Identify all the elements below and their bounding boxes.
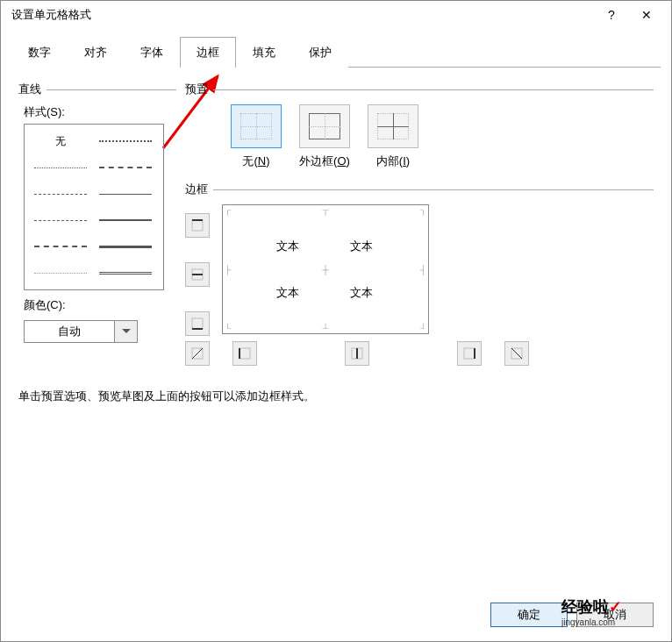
line-style-option[interactable] bbox=[94, 182, 157, 205]
line-style-none[interactable]: 无 bbox=[29, 130, 92, 153]
border-side-buttons bbox=[185, 213, 210, 336]
tab-protect[interactable]: 保护 bbox=[292, 37, 348, 68]
hint-text: 单击预置选项、预览草图及上面的按钮可以添加边框样式。 bbox=[18, 366, 654, 404]
border-area: ┌ ┐ └ ┘ ┬ ┴ ├ ┤ ┼ 文本 文本 文本 文本 bbox=[185, 204, 654, 366]
tab-align[interactable]: 对齐 bbox=[68, 37, 124, 68]
titlebar: 设置单元格格式 ? ✕ bbox=[1, 1, 671, 29]
preset-none-icon bbox=[240, 113, 272, 139]
cancel-button[interactable]: 取消 bbox=[576, 603, 654, 627]
line-style-option[interactable] bbox=[29, 261, 92, 284]
preset-none-label: 无(N) bbox=[242, 153, 269, 169]
preset-inside-label: 内部(I) bbox=[376, 153, 410, 169]
preview-text: 文本 bbox=[276, 239, 299, 254]
tab-border[interactable]: 边框 bbox=[180, 37, 236, 68]
help-button[interactable]: ? bbox=[594, 3, 629, 27]
svg-rect-13 bbox=[464, 348, 475, 359]
content: 直线 样式(S): 无 颜色(C): 自动 bbox=[1, 68, 671, 404]
color-value: 自动 bbox=[25, 324, 114, 339]
border-top-button[interactable] bbox=[185, 213, 210, 238]
line-group-label: 直线 bbox=[18, 82, 176, 97]
line-style-option[interactable] bbox=[94, 261, 157, 284]
line-style-list[interactable]: 无 bbox=[24, 124, 164, 290]
preset-outline-icon bbox=[309, 113, 340, 139]
tab-fill[interactable]: 填充 bbox=[236, 37, 292, 68]
color-label: 颜色(C): bbox=[24, 297, 176, 313]
tab-font[interactable]: 字体 bbox=[124, 37, 180, 68]
line-style-option[interactable] bbox=[94, 130, 157, 153]
dialog: 设置单元格格式 ? ✕ 数字 对齐 字体 边框 填充 保护 直线 样式(S): … bbox=[0, 0, 672, 642]
border-group-text: 边框 bbox=[185, 182, 208, 197]
preset-outline-label: 外边框(O) bbox=[299, 153, 350, 169]
line-style-option[interactable] bbox=[29, 182, 92, 205]
border-group-label: 边框 bbox=[185, 182, 654, 197]
border-bottom-buttons bbox=[185, 341, 654, 366]
line-style-option[interactable] bbox=[94, 235, 157, 258]
line-group-text: 直线 bbox=[18, 82, 41, 97]
line-style-option[interactable] bbox=[29, 235, 92, 258]
style-label: 样式(S): bbox=[24, 104, 176, 120]
border-diag-down-button[interactable] bbox=[504, 341, 529, 366]
dialog-title: 设置单元格格式 bbox=[11, 7, 594, 23]
border-preview[interactable]: ┌ ┐ └ ┘ ┬ ┴ ├ ┤ ┼ 文本 文本 文本 文本 bbox=[222, 204, 429, 334]
tab-number[interactable]: 数字 bbox=[11, 37, 68, 68]
border-hmid-button[interactable] bbox=[185, 262, 210, 287]
color-dropdown[interactable]: 自动 bbox=[24, 320, 138, 343]
line-style-option[interactable] bbox=[94, 209, 157, 232]
preview-text: 文本 bbox=[276, 285, 299, 301]
preset-outline-button[interactable] bbox=[299, 104, 350, 148]
footer: 确定 取消 bbox=[490, 603, 654, 627]
line-style-option[interactable] bbox=[94, 156, 157, 179]
border-diag-up-button[interactable] bbox=[185, 341, 210, 366]
preview-text: 文本 bbox=[350, 239, 373, 254]
divider-icon bbox=[46, 89, 176, 90]
right-panel: 预置 无(N) 外边框(O) bbox=[185, 82, 654, 366]
border-right-button[interactable] bbox=[457, 341, 482, 366]
border-vmid-button[interactable] bbox=[345, 341, 369, 366]
svg-line-8 bbox=[192, 348, 203, 359]
close-button[interactable]: ✕ bbox=[629, 3, 664, 27]
divider-icon bbox=[213, 189, 654, 190]
preset-row: 无(N) 外边框(O) 内部(I) bbox=[231, 104, 654, 169]
preset-none-button[interactable] bbox=[231, 104, 282, 148]
line-panel: 直线 样式(S): 无 颜色(C): 自动 bbox=[18, 82, 176, 343]
chevron-down-icon bbox=[114, 321, 137, 342]
tabs: 数字 对齐 字体 边框 填充 保护 bbox=[11, 36, 661, 68]
preset-group-text: 预置 bbox=[185, 82, 208, 97]
preset-inside-icon bbox=[377, 113, 409, 139]
svg-rect-9 bbox=[239, 348, 250, 359]
border-left-button[interactable] bbox=[232, 341, 257, 366]
svg-line-16 bbox=[511, 348, 522, 359]
divider-icon bbox=[213, 89, 654, 90]
border-bottom-button[interactable] bbox=[185, 311, 210, 336]
line-style-option[interactable] bbox=[29, 209, 92, 232]
svg-rect-5 bbox=[192, 318, 203, 329]
preset-group-label: 预置 bbox=[185, 82, 654, 97]
preset-inside-button[interactable] bbox=[368, 104, 418, 148]
ok-button[interactable]: 确定 bbox=[490, 603, 568, 627]
line-style-option[interactable] bbox=[29, 156, 92, 179]
preview-text: 文本 bbox=[350, 285, 373, 301]
svg-rect-1 bbox=[192, 220, 203, 231]
